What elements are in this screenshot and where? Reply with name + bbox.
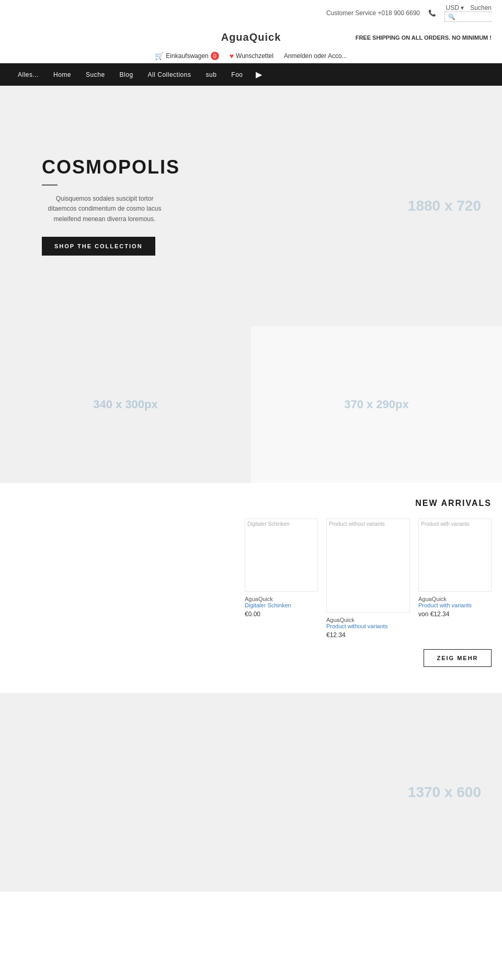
utility-row: 🛒 Einkaufswagen 0 ♥ Wunschzettel Anmelde… <box>0 49 502 63</box>
mid-left-size-label: 340 x 300px <box>93 398 158 411</box>
zeig-mehr-button[interactable]: ZEIG MEHR <box>424 649 492 667</box>
product-card-3[interactable]: Product with variants AguaQuick Product … <box>418 518 492 639</box>
mid-right-size-label: 370 x 290px <box>344 398 409 411</box>
hero-section: 1880 x 720 COSMOPOLIS Quisquemos sodales… <box>0 86 502 326</box>
product-vendor-1: AguaQuick <box>245 596 318 602</box>
product-name-2[interactable]: Product without variants <box>326 623 410 629</box>
hero-subtitle: Quisquemos sodales suscipit tortor ditae… <box>42 194 167 224</box>
nav-item-collections[interactable]: All Collections <box>141 65 199 85</box>
product-price-1: €0.00 <box>245 610 318 618</box>
shop-collection-button[interactable]: SHOP THE COLLECTION <box>42 237 155 256</box>
product-price-3: von €12.34 <box>418 610 492 618</box>
price-prefix-3: von <box>418 610 430 618</box>
mid-right-content: 370 x 290px <box>251 326 502 483</box>
nav-item-foo[interactable]: Foo <box>224 65 250 85</box>
bottom-size-label: 1370 x 600 <box>408 784 481 801</box>
search-container: USD ▾ Suchen 🔍 <box>444 4 492 22</box>
new-arrivals-title: NEW ARRIVALS <box>415 499 492 508</box>
price-value-3: €12.34 <box>430 610 450 618</box>
nav-item-alles[interactable]: Alles... <box>10 65 46 85</box>
product-card-2[interactable]: Product without variants AguaQuick Produ… <box>326 518 410 639</box>
nav-item-blog[interactable]: Blog <box>112 65 141 85</box>
free-shipping-banner: FREE SHIPPING ON ALL ORDERS. NO MINIMUM … <box>356 34 492 41</box>
product-image-2: Product without variants <box>326 518 410 613</box>
brand-row: AguaQuick FREE SHIPPING ON ALL ORDERS. N… <box>0 26 502 49</box>
search-label: Suchen <box>470 4 492 11</box>
wishlist-label: Wunschzettel <box>236 52 273 60</box>
search-wrapper: 🔍 <box>444 11 492 22</box>
mid-section: 340 x 300px 370 x 290px <box>0 326 502 483</box>
nav-item-suche[interactable]: Suche <box>78 65 112 85</box>
hero-size-label: 1880 x 720 <box>408 198 481 214</box>
new-arrivals-section: NEW ARRIVALS Digitaler Schinken AguaQuic… <box>0 483 502 693</box>
mid-left-image: 340 x 300px <box>0 326 251 483</box>
nav-more-icon[interactable]: ▶ <box>250 63 267 86</box>
cart-label: Einkaufswagen <box>166 52 208 60</box>
currency-selector[interactable]: USD ▾ <box>446 4 464 11</box>
hero-divider <box>42 185 58 186</box>
bottom-banner: 1370 x 600 <box>0 693 502 892</box>
product-name-3[interactable]: Product with variants <box>418 602 492 608</box>
search-input[interactable] <box>455 13 495 20</box>
cart-icon: 🛒 <box>155 52 164 60</box>
product-price-2: €12.34 <box>326 631 410 639</box>
brand-name[interactable]: AguaQuick <box>221 31 281 43</box>
hero-title: COSMOPOLIS <box>42 156 167 178</box>
product-vendor-2: AguaQuick <box>326 617 410 623</box>
top-bar: Customer Service +018 900 6690 📞 USD ▾ S… <box>0 0 502 26</box>
product-image-3: Product with variants <box>418 518 492 592</box>
new-arrivals-header: NEW ARRIVALS <box>10 499 492 508</box>
customer-service-label: Customer Service +018 900 6690 <box>326 9 420 17</box>
product-image-1: Digitaler Schinken <box>245 518 318 592</box>
hero-content: COSMOPOLIS Quisquemos sodales suscipit t… <box>0 135 209 276</box>
heart-icon: ♥ <box>230 52 234 60</box>
nav-item-home[interactable]: Home <box>46 65 78 85</box>
account-link[interactable]: Anmelden oder Acco... <box>284 52 347 60</box>
cart-link[interactable]: 🛒 Einkaufswagen 0 <box>155 52 219 60</box>
cart-count-badge: 0 <box>211 52 219 60</box>
products-grid: Digitaler Schinken AguaQuick Digitaler S… <box>10 518 492 639</box>
product-vendor-3: AguaQuick <box>418 596 492 602</box>
wishlist-link[interactable]: ♥ Wunschzettel <box>230 52 273 60</box>
product-card-1[interactable]: Digitaler Schinken AguaQuick Digitaler S… <box>245 518 318 639</box>
main-nav: Alles... Home Suche Blog All Collections… <box>0 63 502 86</box>
nav-item-sub[interactable]: sub <box>198 65 224 85</box>
product-name-1[interactable]: Digitaler Schinken <box>245 602 318 608</box>
search-icon: 🔍 <box>448 14 455 20</box>
phone-icon: 📞 <box>428 9 436 17</box>
